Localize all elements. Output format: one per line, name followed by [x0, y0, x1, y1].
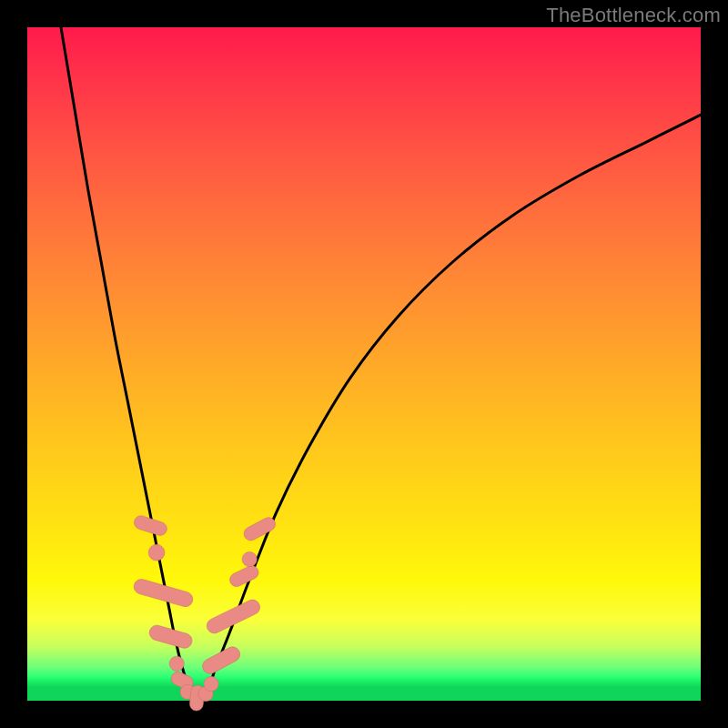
marker-pill: [147, 623, 194, 650]
plot-area: [27, 27, 701, 701]
marker-pill: [241, 515, 278, 542]
marker-circle: [148, 544, 165, 561]
curve-markers: [132, 514, 278, 712]
marker-circle: [169, 656, 184, 671]
marker-pill: [200, 644, 243, 676]
chart-frame: TheBottleneck.com: [0, 0, 728, 728]
marker-circle: [204, 676, 218, 691]
chart-svg: [27, 27, 701, 701]
marker-circle: [242, 551, 257, 566]
marker-pill: [228, 563, 260, 589]
marker-pill: [205, 597, 263, 635]
watermark-text: TheBottleneck.com: [546, 4, 721, 27]
